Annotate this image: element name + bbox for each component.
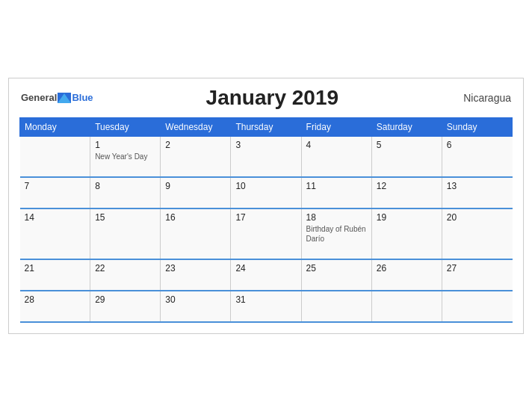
week-row-2: 78910111213: [20, 177, 513, 208]
day-cell: 22: [90, 259, 161, 291]
weekday-header-sunday: Sunday: [442, 117, 512, 136]
day-cell: 3: [231, 136, 301, 177]
weekday-header-wednesday: Wednesday: [161, 117, 231, 136]
weekday-header-friday: Friday: [301, 117, 371, 136]
day-number: 24: [235, 263, 296, 274]
calendar-header: General Blue January 2019 Nicaragua: [19, 86, 513, 110]
logo-blue-text: Blue: [72, 92, 93, 103]
weekday-header-tuesday: Tuesday: [90, 117, 161, 136]
day-number: 18: [306, 212, 367, 223]
day-number: 15: [95, 212, 155, 223]
day-cell: 15: [90, 208, 161, 259]
week-row-1: 1New Year's Day23456: [20, 136, 513, 177]
day-cell: 13: [442, 177, 512, 208]
day-cell: 18Birthday of Rubén Darío: [301, 208, 371, 259]
day-number: 6: [447, 140, 508, 150]
day-number: 22: [95, 263, 155, 274]
day-cell: 5: [371, 136, 442, 177]
day-cell: 29: [90, 291, 161, 322]
week-row-3: 1415161718Birthday of Rubén Darío1920: [20, 208, 513, 259]
day-number: 13: [447, 181, 508, 191]
day-number: 3: [235, 140, 296, 150]
day-cell: [20, 136, 90, 177]
day-cell: 25: [301, 259, 371, 291]
day-number: 1: [95, 140, 155, 150]
weekday-header-saturday: Saturday: [371, 117, 442, 136]
day-cell: 10: [231, 177, 301, 208]
holiday-name: New Year's Day: [95, 152, 155, 161]
day-cell: 21: [20, 259, 90, 291]
day-number: 5: [377, 140, 437, 150]
calendar-table: MondayTuesdayWednesdayThursdayFridaySatu…: [19, 117, 513, 323]
day-number: 19: [377, 212, 437, 223]
day-number: 31: [235, 294, 296, 305]
day-cell: 8: [90, 177, 161, 208]
day-cell: 2: [161, 136, 231, 177]
day-number: 12: [377, 181, 437, 191]
day-cell: 17: [231, 208, 301, 259]
day-number: 23: [165, 263, 226, 274]
holiday-name: Birthday of Rubén Darío: [306, 224, 367, 244]
day-number: 8: [95, 181, 155, 191]
day-cell: 30: [161, 291, 231, 322]
day-cell: 11: [301, 177, 371, 208]
day-cell: 16: [161, 208, 231, 259]
day-cell: 23: [161, 259, 231, 291]
country-name: Nicaragua: [451, 92, 511, 104]
day-number: 16: [165, 212, 226, 223]
weekday-header-row: MondayTuesdayWednesdayThursdayFridaySatu…: [20, 117, 513, 136]
day-number: 29: [95, 294, 155, 305]
day-cell: 28: [20, 291, 90, 322]
week-row-5: 28293031: [20, 291, 513, 322]
day-number: 30: [165, 294, 226, 305]
day-cell: 31: [231, 291, 301, 322]
day-cell: 4: [301, 136, 371, 177]
day-cell: 12: [371, 177, 442, 208]
day-cell: [371, 291, 442, 322]
day-cell: 26: [371, 259, 442, 291]
logo-flag-icon: [58, 93, 71, 103]
day-number: 26: [377, 263, 437, 274]
day-cell: 19: [371, 208, 442, 259]
day-number: 21: [25, 263, 86, 274]
day-cell: 6: [442, 136, 512, 177]
day-number: 7: [25, 181, 86, 191]
day-cell: 27: [442, 259, 512, 291]
logo: General Blue: [21, 92, 93, 103]
weekday-header-thursday: Thursday: [231, 117, 301, 136]
day-cell: 7: [20, 177, 90, 208]
day-cell: 1New Year's Day: [90, 136, 161, 177]
day-number: 20: [447, 212, 508, 223]
calendar-title: January 2019: [93, 86, 451, 110]
weekday-header-monday: Monday: [20, 117, 90, 136]
day-number: 10: [235, 181, 296, 191]
day-cell: [442, 291, 512, 322]
day-cell: 20: [442, 208, 512, 259]
day-number: 9: [165, 181, 226, 191]
calendar-container: General Blue January 2019 Nicaragua Mond…: [8, 78, 524, 334]
day-number: 27: [447, 263, 508, 274]
day-cell: 9: [161, 177, 231, 208]
day-number: 25: [306, 263, 367, 274]
day-number: 14: [25, 212, 86, 223]
day-number: 4: [306, 140, 367, 150]
day-cell: [301, 291, 371, 322]
day-number: 28: [25, 294, 86, 305]
day-number: 17: [235, 212, 296, 223]
day-number: 2: [165, 140, 226, 150]
day-cell: 14: [20, 208, 90, 259]
day-number: 11: [306, 181, 367, 191]
logo-general-text: General: [21, 92, 57, 103]
day-cell: 24: [231, 259, 301, 291]
week-row-4: 21222324252627: [20, 259, 513, 291]
